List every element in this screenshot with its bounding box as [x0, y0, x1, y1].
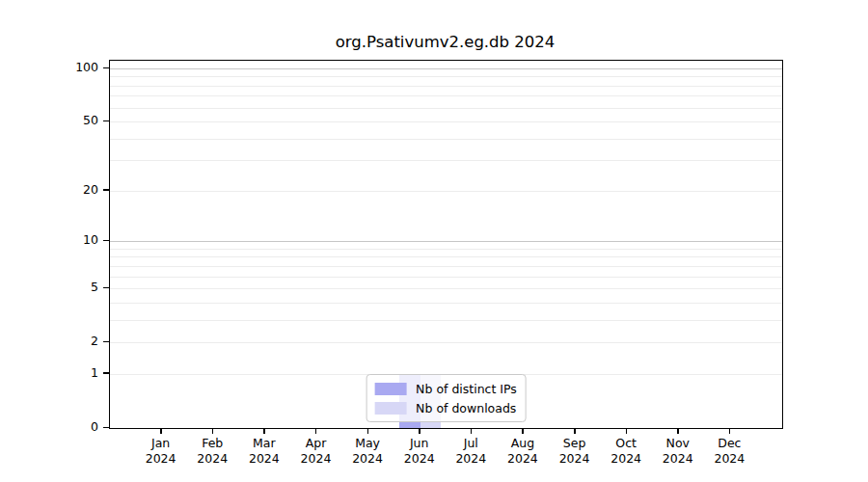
x-axis-tick: [677, 429, 679, 434]
plot-area: Nb of distinct IPs Nb of downloads: [109, 60, 783, 429]
y-axis-tick: [103, 287, 109, 289]
gridline: [110, 68, 782, 69]
gridline: [110, 76, 782, 77]
x-axis-tick: [626, 429, 628, 434]
y-axis-tick-label: 5: [58, 281, 98, 294]
x-axis-tick-label: Sep2024: [548, 436, 602, 467]
legend-item-downloads: Nb of downloads: [374, 398, 517, 417]
x-axis-tick-label: Apr2024: [288, 436, 342, 467]
x-axis-tick: [263, 429, 265, 434]
x-axis-tick-label: Jul2024: [444, 436, 498, 467]
legend-swatch-distinct-ips-icon: [374, 383, 406, 395]
y-axis-tick-label: 50: [58, 114, 98, 127]
legend-label-distinct-ips: Nb of distinct IPs: [416, 382, 517, 396]
x-axis-tick: [367, 429, 369, 434]
legend: Nb of distinct IPs Nb of downloads: [366, 374, 527, 422]
gridline: [110, 303, 782, 304]
y-axis-tick-label: 0: [58, 420, 98, 434]
gridline: [110, 277, 782, 278]
legend-item-distinct-ips: Nb of distinct IPs: [374, 379, 517, 398]
gridline: [110, 342, 782, 343]
gridline: [110, 320, 782, 321]
x-axis-tick: [212, 429, 214, 434]
gridline: [110, 86, 782, 87]
y-axis-tick-label: 1: [58, 366, 98, 380]
gridline: [110, 160, 782, 161]
y-axis-tick: [103, 189, 109, 191]
gridline: [110, 241, 782, 242]
x-axis-tick-label: Oct2024: [599, 436, 653, 467]
x-axis-tick-label: Aug2024: [496, 436, 550, 467]
x-axis-tick: [729, 429, 731, 434]
gridline: [110, 95, 782, 96]
y-axis-tick-label: 100: [58, 61, 98, 74]
y-axis-tick: [103, 372, 109, 374]
y-axis-tick-label: 2: [58, 335, 98, 348]
legend-label-downloads: Nb of downloads: [416, 401, 516, 415]
x-axis-tick: [574, 429, 576, 434]
y-axis-tick: [103, 341, 109, 343]
x-axis-tick-label: Feb2024: [185, 436, 239, 467]
x-axis-tick: [522, 429, 524, 434]
figure: org.Psativumv2.eg.db 2024 Nb of distinct…: [0, 0, 868, 482]
y-axis-tick-label: 10: [58, 233, 98, 247]
x-axis-tick-label: Jan2024: [134, 436, 188, 467]
gridline: [110, 121, 782, 122]
x-axis-tick-label: Mar2024: [237, 436, 291, 467]
chart-title: org.Psativumv2.eg.db 2024: [109, 33, 781, 54]
gridline: [110, 191, 782, 192]
y-axis-tick: [103, 427, 109, 429]
gridline: [110, 139, 782, 140]
x-axis-tick: [160, 429, 162, 434]
gridline: [110, 288, 782, 289]
x-axis-tick-label: Nov2024: [651, 436, 705, 467]
gridline: [110, 256, 782, 257]
gridline: [110, 108, 782, 109]
y-axis-tick: [103, 240, 109, 242]
x-axis-tick-label: Dec2024: [702, 436, 756, 467]
x-axis-tick-label: Jun2024: [393, 436, 447, 467]
x-axis-tick: [419, 429, 420, 434]
x-axis-tick: [471, 429, 473, 434]
gridline: [110, 249, 782, 250]
gridline: [110, 266, 782, 267]
legend-swatch-downloads-icon: [374, 402, 406, 415]
y-axis-tick: [103, 67, 109, 69]
x-axis-tick: [315, 429, 317, 434]
y-axis-tick-label: 20: [58, 183, 98, 197]
y-axis-tick: [103, 120, 109, 122]
x-axis-tick-label: May2024: [340, 436, 394, 467]
